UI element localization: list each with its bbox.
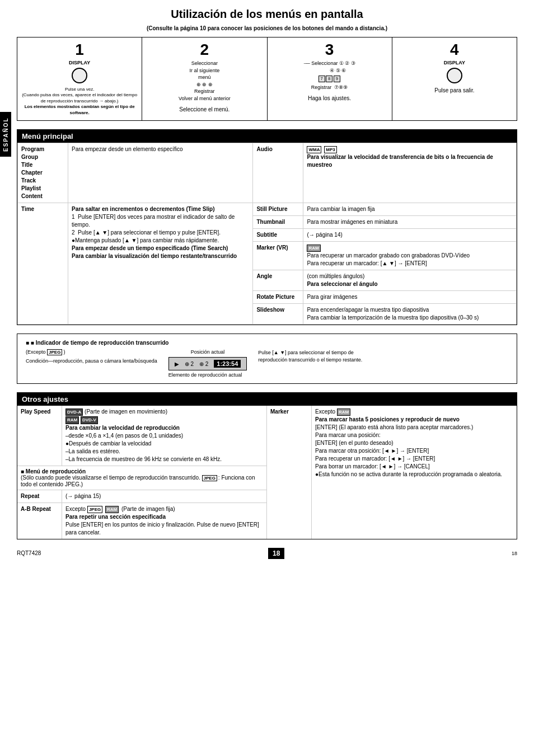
step-2: 2 Seleccionar Ir al siguiente menú ⊕ ⊕ ⊕… — [142, 37, 267, 120]
repeat-row: Repeat (→ página 15) — [17, 490, 266, 503]
step-1-desc: Pulse una vez. (Cuando pulsa dos veces, … — [22, 87, 137, 116]
otros-ajustes-header: Otros ajustes — [17, 393, 517, 406]
step-4-number: 4 — [397, 42, 512, 58]
step-4: 4 DISPLAY Pulse para salir. — [392, 37, 517, 120]
dvd-a-badge: DVD-A — [65, 408, 83, 416]
rotate-label: Rotate Picture — [253, 291, 303, 304]
jpeg-badge: JPEG — [47, 349, 62, 355]
slideshow-desc: Para encender/apagar la muestra tipo dia… — [303, 304, 517, 325]
play-speed-row: Play Speed DVD-A (Parte de imagen en mov… — [17, 406, 266, 466]
ram-badge: RAM — [307, 245, 320, 252]
angle-label: Angle — [253, 270, 303, 291]
footer-page-small: 18 — [512, 551, 517, 556]
table-row: Program Group Title Chapter Track Playli… — [18, 143, 517, 203]
track-num: ⊕ 2 — [185, 361, 194, 367]
marker-label: Marker — [267, 406, 312, 539]
step-3: 3 ·― Seleccionar ① ② ③ ④ ⑤ ⑥ 789 Registr… — [268, 37, 392, 120]
play-speed-desc: DVD-A (Parte de imagen en movimiento) RA… — [62, 406, 266, 465]
time-display: 1:23:54 — [214, 360, 241, 368]
still-picture-desc: Para cambiar la imagen fija — [303, 203, 517, 215]
step-2-content: Seleccionar Ir al siguiente menú ⊕ ⊕ ⊕ R… — [147, 60, 262, 102]
play-speed-label: Play Speed — [17, 406, 62, 465]
elem-label: Elemento de reproducción actual — [168, 372, 242, 378]
num-grid: 789 — [318, 76, 341, 82]
menu-reproduccion-note: ■ Menú de reproducción (Sólo cuando pued… — [17, 466, 266, 490]
indicator-bar: ▶ ⊕ 2 ⊕ 2 1:23:54 — [168, 357, 247, 370]
step-4-display-label: DISPLAY — [397, 60, 512, 65]
marker-vr-label: Marker (VR) — [253, 241, 303, 270]
step-3-content: ·― Seleccionar ① ② ③ ④ ⑤ ⑥ 789 Registrar… — [272, 60, 387, 91]
mp3-badge: MP3 — [324, 146, 336, 153]
step-1-display-label: DISPLAY — [22, 60, 137, 65]
step-4-desc: Pulse para salir. — [397, 87, 512, 95]
audio-desc: WMA MP3 Para visualizar la velocidad de … — [303, 143, 517, 203]
steps-section: 1 DISPLAY Pulse una vez. (Cuando pulsa d… — [17, 37, 517, 121]
subtitle-note: (Consulte la página 10 para conocer las … — [17, 25, 517, 31]
step-1-button-icon — [72, 68, 87, 83]
menu-principal-table: Program Group Title Chapter Track Playli… — [17, 143, 517, 325]
repeat-label: Repeat — [17, 490, 62, 503]
otros-right-col: Marker Excepto RAM Para marcar hasta 5 p… — [267, 406, 517, 539]
indicator-title-text: ■ Indicador de tiempo de reproducción tr… — [31, 340, 169, 346]
step-1-number: 1 — [22, 42, 137, 58]
jpeg-badge3: JPEG — [87, 506, 102, 513]
indicator-pos-label: Posición actual — [191, 349, 225, 355]
indicator-title: ■ ■ Indicador de tiempo de reproducción … — [26, 340, 508, 346]
subtitle-label: Subtitle — [253, 228, 303, 241]
time-label: Time — [18, 203, 68, 324]
chapter-icon: ⊕ 2 — [199, 361, 208, 367]
step-4-button-icon — [447, 68, 462, 83]
step-2-desc: Seleccione el menú. — [147, 106, 262, 114]
ab-repeat-row: A-B Repeat Excepto JPEG RAM (Parte de im… — [17, 503, 266, 539]
indicator-cond-label: Condición—reproducción, pausa o cámara l… — [26, 358, 157, 365]
program-label: Program Group Title Chapter Track Playli… — [18, 143, 68, 203]
wma-badge: WMA — [307, 146, 321, 153]
marker-vr-desc: RAM Para recuperar un marcador grabado c… — [303, 241, 517, 270]
jpeg-badge2: JPEG — [202, 475, 217, 481]
table-row: Time Para saltar en incrementos o decrem… — [18, 203, 517, 215]
footer-code: RQT7428 — [17, 550, 41, 556]
step-1: 1 DISPLAY Pulse una vez. (Cuando pulsa d… — [17, 37, 142, 120]
step-2-number: 2 — [147, 42, 262, 58]
otros-ajustes-section: Otros ajustes Play Speed DVD-A (Parte de… — [17, 392, 517, 539]
ram-badge4: RAM — [337, 408, 350, 416]
ram-badge3: RAM — [105, 506, 119, 513]
menu-principal-header: Menú principal — [17, 130, 517, 143]
time-desc: Para saltar en incrementos o decrementos… — [68, 203, 253, 324]
ram-badge2: RAM — [65, 416, 79, 424]
indicator-section: ■ ■ Indicador de tiempo de reproducción … — [17, 334, 517, 384]
program-desc: Para empezar desde un elemento específic… — [68, 143, 253, 203]
footer: RQT7428 18 18 — [17, 548, 517, 559]
side-label: ESPAÑOL — [0, 112, 11, 157]
page-number: 18 — [268, 548, 284, 559]
play-icon: ▶ — [175, 361, 179, 367]
thumbnail-desc: Para mostrar imágenes en miniatura — [303, 215, 517, 228]
slideshow-label: Slideshow — [253, 304, 303, 325]
repeat-desc: (→ página 15) — [62, 490, 266, 503]
audio-label: Audio — [253, 143, 303, 203]
rotate-desc: Para girar imágenes — [303, 291, 517, 304]
marker-desc: Excepto RAM Para marcar hasta 5 posicion… — [312, 406, 517, 539]
ab-repeat-label: A-B Repeat — [17, 503, 62, 539]
thumbnail-label: Thumbnail — [253, 215, 303, 228]
indicator-pulse-label: Pulse [▲ ▼] para seleccionar el tiempo d… — [258, 349, 381, 363]
subtitle-desc: (→ página 14) — [303, 228, 517, 241]
otros-left-col: Play Speed DVD-A (Parte de imagen en mov… — [17, 406, 267, 539]
step-3-number: 3 — [272, 42, 387, 58]
ab-repeat-desc: Excepto JPEG RAM (Parte de imagen fija) … — [62, 503, 266, 539]
dvd-v-badge: DVD-V — [81, 416, 98, 424]
page-title: Utilización de los menús en pantalla — [17, 6, 517, 21]
angle-desc: (con múltiples ángulos)Para seleccionar … — [303, 270, 517, 291]
still-picture-label: Still Picture — [253, 203, 303, 215]
menu-principal-section: Menú principal Program Group Title Chapt… — [17, 129, 517, 325]
step-3-desc: Haga los ajustes. — [272, 95, 387, 102]
